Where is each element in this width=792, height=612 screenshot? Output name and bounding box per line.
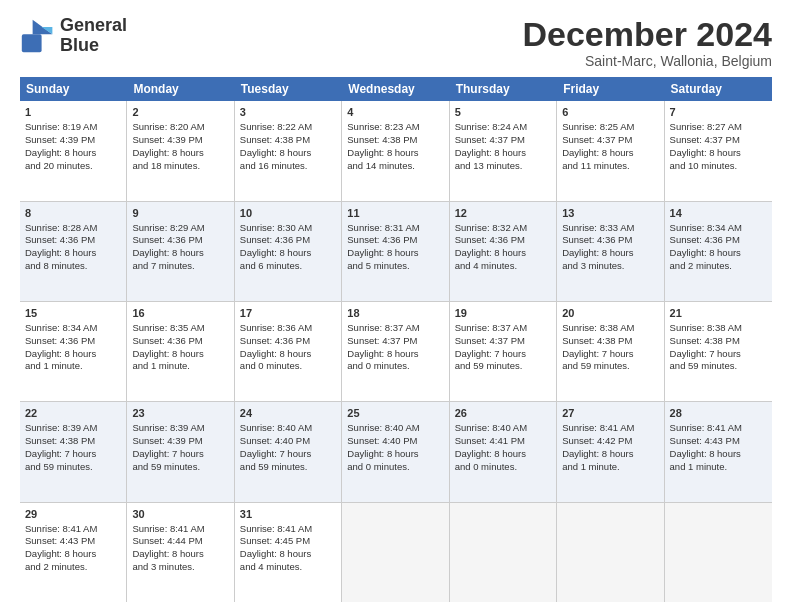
day-info: Daylight: 8 hours: [455, 247, 551, 260]
logo: General Blue: [20, 16, 127, 56]
day-info: and 3 minutes.: [132, 561, 228, 574]
day-info: and 10 minutes.: [670, 160, 767, 173]
calendar-cell: 21Sunrise: 8:38 AMSunset: 4:38 PMDayligh…: [665, 302, 772, 401]
day-number: 7: [670, 105, 767, 120]
day-number: 2: [132, 105, 228, 120]
day-number: 28: [670, 406, 767, 421]
day-info: Sunset: 4:36 PM: [132, 335, 228, 348]
day-number: 5: [455, 105, 551, 120]
calendar-cell: 25Sunrise: 8:40 AMSunset: 4:40 PMDayligh…: [342, 402, 449, 501]
day-info: Sunset: 4:36 PM: [25, 335, 121, 348]
calendar-cell: 10Sunrise: 8:30 AMSunset: 4:36 PMDayligh…: [235, 202, 342, 301]
day-info: Sunrise: 8:32 AM: [455, 222, 551, 235]
day-info: Daylight: 8 hours: [562, 448, 658, 461]
day-info: Sunset: 4:36 PM: [347, 234, 443, 247]
weekday-header: Sunday: [20, 77, 127, 101]
day-info: Sunrise: 8:39 AM: [25, 422, 121, 435]
day-info: Sunrise: 8:24 AM: [455, 121, 551, 134]
day-info: Daylight: 8 hours: [25, 147, 121, 160]
day-info: and 7 minutes.: [132, 260, 228, 273]
day-info: Sunset: 4:42 PM: [562, 435, 658, 448]
day-info: and 1 minute.: [562, 461, 658, 474]
day-info: Daylight: 8 hours: [670, 147, 767, 160]
calendar-cell: 30Sunrise: 8:41 AMSunset: 4:44 PMDayligh…: [127, 503, 234, 602]
day-number: 29: [25, 507, 121, 522]
calendar-header: SundayMondayTuesdayWednesdayThursdayFrid…: [20, 77, 772, 101]
day-info: Daylight: 8 hours: [25, 348, 121, 361]
day-info: Daylight: 7 hours: [670, 348, 767, 361]
day-info: Sunset: 4:37 PM: [562, 134, 658, 147]
calendar-body: 1Sunrise: 8:19 AMSunset: 4:39 PMDaylight…: [20, 101, 772, 602]
day-info: Daylight: 8 hours: [347, 247, 443, 260]
weekday-header: Thursday: [450, 77, 557, 101]
day-info: Sunset: 4:37 PM: [455, 335, 551, 348]
day-info: Daylight: 8 hours: [347, 448, 443, 461]
day-info: Daylight: 8 hours: [132, 548, 228, 561]
day-info: and 0 minutes.: [455, 461, 551, 474]
day-info: and 0 minutes.: [347, 461, 443, 474]
calendar-cell: 4Sunrise: 8:23 AMSunset: 4:38 PMDaylight…: [342, 101, 449, 200]
calendar-cell: 28Sunrise: 8:41 AMSunset: 4:43 PMDayligh…: [665, 402, 772, 501]
calendar-row: 15Sunrise: 8:34 AMSunset: 4:36 PMDayligh…: [20, 302, 772, 402]
day-info: Daylight: 8 hours: [132, 147, 228, 160]
day-info: Sunrise: 8:38 AM: [670, 322, 767, 335]
logo-line2: Blue: [60, 36, 127, 56]
calendar-row: 22Sunrise: 8:39 AMSunset: 4:38 PMDayligh…: [20, 402, 772, 502]
day-number: 27: [562, 406, 658, 421]
day-info: and 0 minutes.: [240, 360, 336, 373]
title-block: December 2024 Saint-Marc, Wallonia, Belg…: [522, 16, 772, 69]
day-info: Daylight: 8 hours: [347, 348, 443, 361]
day-number: 31: [240, 507, 336, 522]
location: Saint-Marc, Wallonia, Belgium: [522, 53, 772, 69]
calendar-cell: 23Sunrise: 8:39 AMSunset: 4:39 PMDayligh…: [127, 402, 234, 501]
calendar-cell: [450, 503, 557, 602]
month-title: December 2024: [522, 16, 772, 53]
calendar-cell: [665, 503, 772, 602]
day-info: Sunrise: 8:40 AM: [455, 422, 551, 435]
calendar-row: 8Sunrise: 8:28 AMSunset: 4:36 PMDaylight…: [20, 202, 772, 302]
day-info: and 6 minutes.: [240, 260, 336, 273]
day-info: and 18 minutes.: [132, 160, 228, 173]
day-info: and 2 minutes.: [670, 260, 767, 273]
day-info: and 59 minutes.: [132, 461, 228, 474]
calendar-cell: 31Sunrise: 8:41 AMSunset: 4:45 PMDayligh…: [235, 503, 342, 602]
calendar: SundayMondayTuesdayWednesdayThursdayFrid…: [20, 77, 772, 602]
day-info: Daylight: 8 hours: [670, 448, 767, 461]
day-number: 6: [562, 105, 658, 120]
day-info: Sunrise: 8:37 AM: [347, 322, 443, 335]
day-info: Sunset: 4:39 PM: [132, 134, 228, 147]
day-number: 23: [132, 406, 228, 421]
calendar-cell: 26Sunrise: 8:40 AMSunset: 4:41 PMDayligh…: [450, 402, 557, 501]
calendar-row: 29Sunrise: 8:41 AMSunset: 4:43 PMDayligh…: [20, 503, 772, 602]
day-info: Sunset: 4:36 PM: [240, 234, 336, 247]
day-info: Sunset: 4:36 PM: [132, 234, 228, 247]
day-info: Daylight: 8 hours: [25, 247, 121, 260]
day-info: Daylight: 7 hours: [240, 448, 336, 461]
day-info: Daylight: 8 hours: [25, 548, 121, 561]
day-info: Daylight: 8 hours: [455, 147, 551, 160]
day-info: Sunrise: 8:41 AM: [240, 523, 336, 536]
day-info: and 59 minutes.: [240, 461, 336, 474]
day-info: Sunset: 4:38 PM: [562, 335, 658, 348]
day-info: Sunset: 4:38 PM: [670, 335, 767, 348]
day-number: 4: [347, 105, 443, 120]
weekday-header: Monday: [127, 77, 234, 101]
day-info: Sunrise: 8:36 AM: [240, 322, 336, 335]
day-info: Sunrise: 8:39 AM: [132, 422, 228, 435]
day-info: Daylight: 7 hours: [455, 348, 551, 361]
day-number: 16: [132, 306, 228, 321]
day-info: Sunset: 4:37 PM: [670, 134, 767, 147]
day-number: 8: [25, 206, 121, 221]
page: General Blue December 2024 Saint-Marc, W…: [0, 0, 792, 612]
day-info: Sunrise: 8:34 AM: [25, 322, 121, 335]
day-info: Sunset: 4:36 PM: [25, 234, 121, 247]
day-info: and 1 minute.: [25, 360, 121, 373]
day-info: and 8 minutes.: [25, 260, 121, 273]
day-info: Sunrise: 8:30 AM: [240, 222, 336, 235]
day-info: Sunrise: 8:23 AM: [347, 121, 443, 134]
logo-text: General Blue: [60, 16, 127, 56]
day-info: Daylight: 8 hours: [562, 147, 658, 160]
day-info: Sunset: 4:40 PM: [240, 435, 336, 448]
day-number: 18: [347, 306, 443, 321]
day-info: Daylight: 8 hours: [562, 247, 658, 260]
